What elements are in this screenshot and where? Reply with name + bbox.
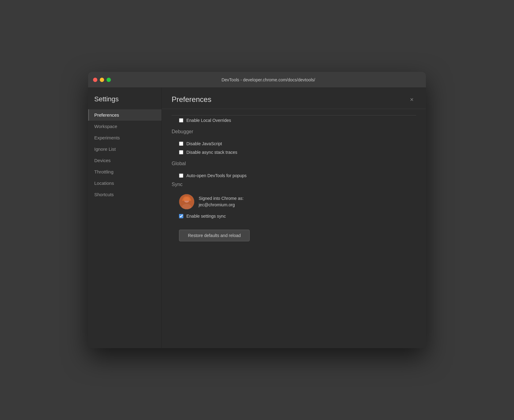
auto-open-devtools-checkbox[interactable] xyxy=(179,173,183,178)
enable-local-overrides-checkbox[interactable] xyxy=(179,118,183,122)
sidebar-item-experiments[interactable]: Experiments xyxy=(88,132,162,143)
auto-open-devtools-label[interactable]: Auto-open DevTools for popups xyxy=(186,173,247,178)
page-title: Preferences xyxy=(172,95,211,104)
settings-title: Settings xyxy=(88,95,162,109)
signed-in-label: Signed into Chrome as: xyxy=(199,195,243,202)
enable-local-overrides-label[interactable]: Enable Local Overrides xyxy=(186,118,231,123)
settings-container: Settings Preferences Workspace Experimen… xyxy=(88,88,426,348)
main-header: Preferences × xyxy=(162,88,426,109)
sidebar-item-devices[interactable]: Devices xyxy=(88,155,162,166)
top-divider xyxy=(172,115,416,115)
debugger-section-title: Debugger xyxy=(172,129,416,137)
disable-javascript-checkbox[interactable] xyxy=(179,142,183,146)
sidebar: Settings Preferences Workspace Experimen… xyxy=(88,88,162,348)
sync-section-title: Sync xyxy=(172,182,416,190)
title-bar: DevTools - developer.chrome.com/docs/dev… xyxy=(88,72,426,88)
user-email: jec@chromium.org xyxy=(199,202,243,208)
content-area: Enable Local Overrides Debugger Disable … xyxy=(162,109,426,348)
disable-async-traces-row: Disable async stack traces xyxy=(172,150,416,155)
browser-window: DevTools - developer.chrome.com/docs/dev… xyxy=(88,72,426,348)
disable-javascript-label[interactable]: Disable JavaScript xyxy=(186,141,222,146)
traffic-lights xyxy=(93,78,111,82)
restore-defaults-button[interactable]: Restore defaults and reload xyxy=(179,230,250,241)
maximize-traffic-light[interactable] xyxy=(107,78,111,82)
sidebar-item-preferences[interactable]: Preferences xyxy=(88,109,162,121)
enable-local-overrides-row: Enable Local Overrides xyxy=(172,118,416,123)
browser-title: DevTools - developer.chrome.com/docs/dev… xyxy=(116,77,421,82)
enable-settings-sync-label[interactable]: Enable settings sync xyxy=(186,214,226,219)
close-traffic-light[interactable] xyxy=(93,78,97,82)
disable-async-traces-checkbox[interactable] xyxy=(179,150,183,154)
global-section-title: Global xyxy=(172,161,416,169)
main-content: Preferences × Enable Local Overrides Deb… xyxy=(162,88,426,348)
sidebar-item-shortcuts[interactable]: Shortcuts xyxy=(88,189,162,200)
minimize-traffic-light[interactable] xyxy=(100,78,104,82)
sync-user-row: Signed into Chrome as: jec@chromium.org xyxy=(172,194,416,209)
close-button[interactable]: × xyxy=(407,95,416,104)
sidebar-item-locations[interactable]: Locations xyxy=(88,177,162,189)
avatar xyxy=(179,194,194,209)
sidebar-item-throttling[interactable]: Throttling xyxy=(88,166,162,177)
enable-settings-sync-checkbox[interactable] xyxy=(179,214,183,218)
disable-javascript-row: Disable JavaScript xyxy=(172,141,416,146)
avatar-image xyxy=(179,194,194,209)
enable-settings-sync-row: Enable settings sync xyxy=(172,214,416,219)
disable-async-traces-label[interactable]: Disable async stack traces xyxy=(186,150,237,155)
sidebar-item-ignore-list[interactable]: Ignore List xyxy=(88,143,162,155)
user-info: Signed into Chrome as: jec@chromium.org xyxy=(199,195,243,208)
auto-open-devtools-row: Auto-open DevTools for popups xyxy=(172,173,416,178)
sidebar-item-workspace[interactable]: Workspace xyxy=(88,121,162,132)
